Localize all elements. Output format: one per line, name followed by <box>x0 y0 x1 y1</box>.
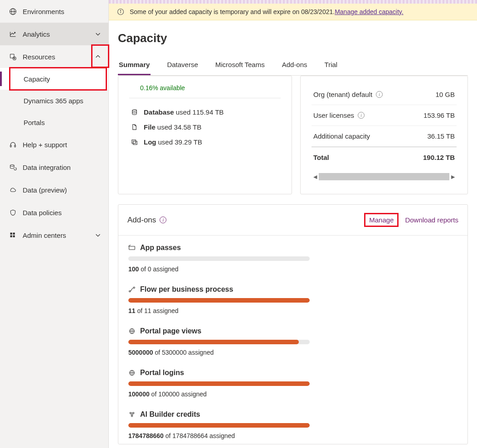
svg-point-21 <box>129 290 131 292</box>
source-label: Total <box>313 154 329 161</box>
svg-point-29 <box>130 412 131 414</box>
sidebar-item-environments[interactable]: Environments <box>0 0 108 23</box>
scroll-track[interactable] <box>319 173 449 180</box>
sidebar: Environments Analytics Resources Capacit… <box>0 0 109 448</box>
addon-item: AI Builder credits1784788660 of 17847886… <box>118 402 467 444</box>
info-icon[interactable]: i <box>160 217 166 223</box>
addon-progress-bar <box>128 381 310 386</box>
source-label: User licenses <box>313 111 354 119</box>
sidebar-item-resources[interactable]: Resources <box>0 45 108 68</box>
sidebar-item-label: Data policies <box>23 209 62 217</box>
addon-title-text: Flow per business process <box>140 285 233 294</box>
sidebar-item-label: Resources <box>23 53 55 61</box>
sidebar-sub-label: Portals <box>24 119 45 126</box>
sidebar-item-admin-centers[interactable]: Admin centers <box>0 224 108 246</box>
manage-link[interactable]: Manage <box>364 213 399 227</box>
sidebar-item-help-support[interactable]: Help + support <box>0 133 108 156</box>
cloud-data-icon <box>7 186 18 194</box>
addon-title-text: App passes <box>140 244 181 252</box>
sidebar-item-data-integration[interactable]: Data integration <box>0 156 108 178</box>
horizontal-scrollbar[interactable]: ◀ ▶ <box>312 172 457 181</box>
addon-subtext: 100000 of 100000 assigned <box>128 390 458 398</box>
scroll-right-icon[interactable]: ▶ <box>449 174 457 180</box>
download-reports-link[interactable]: Download reports <box>405 216 458 224</box>
sidebar-item-label: Data integration <box>23 164 71 171</box>
storage-summary-card: 0.16% available Database used 115.94 TB <box>118 76 292 194</box>
sidebar-item-data-policies[interactable]: Data policies <box>0 201 108 224</box>
source-value: 10 GB <box>435 91 455 98</box>
svg-point-15 <box>120 10 121 10</box>
info-icon[interactable]: i <box>358 112 365 119</box>
svg-rect-19 <box>129 246 135 250</box>
usage-name: File <box>144 123 156 131</box>
notice-link[interactable]: Manage added capacity. <box>335 8 404 15</box>
addon-item: Portal logins100000 of 100000 assigned <box>118 361 467 402</box>
tab-bar: Summary Dataverse Microsoft Teams Add-on… <box>118 61 468 76</box>
svg-point-4 <box>13 57 16 60</box>
addon-title-text: Portal page views <box>140 327 201 335</box>
sidebar-item-label: Analytics <box>23 30 50 38</box>
svg-point-30 <box>133 412 134 414</box>
svg-point-22 <box>133 287 135 288</box>
usage-value: 115.94 TB <box>192 108 224 116</box>
info-icon <box>117 8 124 15</box>
database-sync-icon <box>7 164 18 171</box>
sidebar-item-data-preview[interactable]: Data (preview) <box>0 178 108 201</box>
svg-rect-7 <box>14 145 15 147</box>
file-icon <box>129 124 139 130</box>
chevron-up-icon <box>95 53 101 60</box>
tab-microsoft-teams[interactable]: Microsoft Teams <box>214 61 266 75</box>
available-pct: 0.16% available <box>140 84 281 92</box>
source-row: User licenses i 153.96 TB <box>312 105 457 126</box>
source-value: 153.96 TB <box>423 111 455 119</box>
source-value: 36.15 TB <box>427 132 455 140</box>
addon-subtext: 100 of 0 assigned <box>128 265 458 273</box>
addon-item: Flow per business process11 of 11 assign… <box>118 277 467 319</box>
sidebar-sub-dynamics[interactable]: Dynamics 365 apps <box>0 90 108 111</box>
page-title: Capacity <box>118 31 468 45</box>
scroll-left-icon[interactable]: ◀ <box>312 174 319 180</box>
source-label: Org (tenant) default <box>313 91 372 98</box>
usage-value: 39.29 TB <box>175 138 202 146</box>
tab-summary[interactable]: Summary <box>118 61 151 75</box>
tab-add-ons[interactable]: Add-ons <box>281 61 308 75</box>
sidebar-sub-label: Capacity <box>24 75 50 83</box>
sidebar-sub-capacity[interactable]: Capacity <box>0 68 108 90</box>
source-row-total: Total 190.12 TB <box>312 147 457 168</box>
chevron-down-icon <box>95 31 101 37</box>
addon-progress-bar <box>128 340 310 344</box>
capacity-sources-card: Org (tenant) default i 10 GB User licens… <box>300 76 468 194</box>
addons-title: Add-ons <box>127 216 156 225</box>
sidebar-item-label: Environments <box>23 8 64 15</box>
globe-grid-icon <box>7 8 18 15</box>
apps-icon <box>7 231 18 239</box>
pass-icon <box>128 244 136 251</box>
headset-icon <box>7 141 18 149</box>
sidebar-item-label: Data (preview) <box>23 186 67 194</box>
addon-subtext: 11 of 11 assigned <box>128 307 458 314</box>
addon-progress-bar <box>128 298 310 303</box>
svg-rect-9 <box>10 232 12 234</box>
svg-point-5 <box>14 58 15 58</box>
sidebar-item-analytics[interactable]: Analytics <box>0 23 108 45</box>
svg-rect-12 <box>13 235 15 237</box>
svg-rect-10 <box>13 232 15 234</box>
ai-icon <box>128 411 136 418</box>
info-icon[interactable]: i <box>376 91 383 98</box>
globe-icon <box>128 369 136 376</box>
addons-card: Add-ons i Manage Download reports App pa… <box>118 204 468 444</box>
addon-item: Portal page views5000000 of 5300000 assi… <box>118 319 467 361</box>
addon-title-text: Portal logins <box>140 369 184 377</box>
main: Some of your added capacity is temporary… <box>109 0 477 448</box>
tab-trial[interactable]: Trial <box>324 61 339 75</box>
sidebar-sub-portals[interactable]: Portals <box>0 111 108 133</box>
flow-icon <box>128 286 136 293</box>
tab-dataverse[interactable]: Dataverse <box>166 61 199 75</box>
usage-line-file: File used 34.58 TB <box>129 123 281 131</box>
usage-name: Log <box>144 138 156 146</box>
svg-rect-17 <box>131 140 135 144</box>
addon-progress-bar <box>128 423 310 428</box>
chart-line-icon <box>7 30 18 38</box>
notice-text: Some of your added capacity is temporary… <box>130 8 335 15</box>
sidebar-sub-label: Dynamics 365 apps <box>24 97 83 105</box>
